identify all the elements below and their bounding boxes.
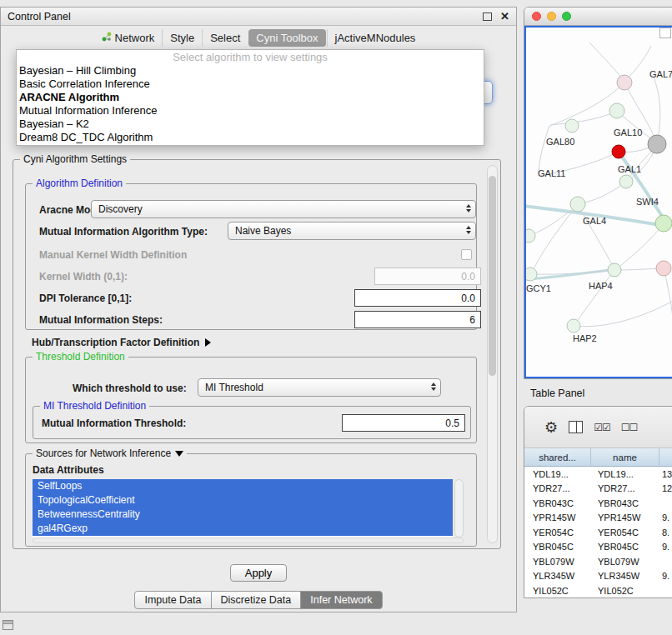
attributes-list-scrollbar[interactable]	[454, 479, 464, 538]
mi-threshold-group-title: MI Threshold Definition	[40, 400, 149, 412]
network-node-label: GAL80	[546, 137, 574, 147]
network-node[interactable]	[567, 319, 580, 332]
table-cell: YDL19...	[524, 469, 591, 479]
network-node[interactable]	[617, 75, 632, 90]
data-attribute-item[interactable]: gal4RGexp	[33, 522, 453, 536]
network-node[interactable]	[526, 268, 537, 281]
data-attribute-item[interactable]: SelfLoops	[33, 479, 453, 493]
dpi-tolerance-field[interactable]: 0.0	[354, 289, 481, 307]
cyni-bottom-tabbar: Impute Data Discretize Data Infer Networ…	[1, 591, 516, 609]
network-node[interactable]	[526, 229, 535, 242]
settings-scrollbar[interactable]	[487, 165, 498, 543]
tab-discretize-data[interactable]: Discretize Data	[211, 591, 302, 609]
network-node[interactable]	[619, 175, 633, 188]
close-window-icon[interactable]: ✕	[500, 12, 509, 22]
network-node[interactable]	[570, 197, 585, 212]
minimize-traffic-light-icon[interactable]	[547, 12, 556, 21]
dropdown-item[interactable]: Basic Correlation Inference	[17, 78, 484, 91]
table-row[interactable]: YBR043CYBR043C	[524, 496, 672, 511]
network-node[interactable]	[648, 135, 666, 153]
network-tab-icon	[102, 32, 112, 44]
minimized-panel-icon[interactable]	[3, 620, 13, 630]
network-node[interactable]	[565, 119, 579, 132]
table-row[interactable]: YDL19...YDL19...13	[524, 467, 672, 482]
attributes-list-hscrollbar[interactable]	[33, 538, 464, 543]
column-header-name[interactable]: name	[591, 448, 659, 466]
tab-infer-network[interactable]: Infer Network	[300, 591, 382, 609]
mi-algorithm-type-select[interactable]: Naive Bayes	[228, 222, 476, 240]
apply-button[interactable]: Apply	[230, 564, 287, 582]
tab-jactivemodules[interactable]: jActiveMNodules	[327, 29, 424, 47]
table-cell: 8.	[659, 528, 672, 538]
dropdown-item[interactable]: Bayesian – K2	[17, 118, 484, 131]
table-row[interactable]: YBR045CYBR045C9.	[524, 540, 672, 555]
network-node[interactable]	[656, 261, 671, 276]
dpi-tolerance-label: DPI Tolerance [0,1]:	[39, 292, 132, 304]
data-attribute-item[interactable]: TopologicalCoefficient	[33, 493, 453, 508]
table-cell: YPR145W	[591, 512, 659, 522]
manual-kernel-checkbox	[461, 249, 472, 260]
network-edge	[575, 270, 614, 323]
network-node[interactable]	[608, 263, 621, 277]
data-attributes-label: Data Attributes	[33, 464, 104, 476]
table-row[interactable]: YIL052CYIL052C	[524, 583, 672, 598]
columns-icon[interactable]	[569, 421, 583, 433]
close-traffic-light-icon[interactable]	[532, 12, 541, 21]
tab-style[interactable]: Style	[162, 29, 202, 47]
table-row[interactable]: YBL079WYBL079W	[524, 554, 672, 569]
zoom-traffic-light-icon[interactable]	[562, 12, 571, 21]
network-node-label: HAP4	[589, 281, 613, 291]
network-edge	[539, 126, 549, 172]
tab-network[interactable]: Network	[94, 29, 163, 47]
tab-label: Network	[115, 32, 155, 44]
table-cell: YBR045C	[591, 542, 659, 552]
network-edge	[551, 111, 617, 125]
table-row[interactable]: YLR345WYLR345W9.	[524, 569, 672, 584]
mi-threshold-field[interactable]: 0.5	[342, 414, 465, 432]
window-title: Control Panel	[8, 11, 71, 22]
mi-threshold-group: MI Threshold Definition Mutual Informati…	[33, 406, 471, 439]
tab-cyni-toolbox[interactable]: Cyni Toolbox	[248, 29, 325, 47]
table-row[interactable]: YPR145WYPR145W9.	[524, 511, 672, 526]
mi-steps-field[interactable]: 6	[354, 311, 481, 328]
table-cell: YIL052C	[591, 586, 659, 596]
threshold-definition-group: Threshold Definition Which threshold to …	[25, 357, 477, 443]
dropdown-item[interactable]: ARACNE Algorithm	[17, 91, 484, 104]
network-node-label: SWI4	[636, 197, 659, 207]
table-row[interactable]: YDR27...YDR27...12	[524, 482, 672, 497]
hub-definition-toggle[interactable]: Hub/Transcription Factor Definition	[32, 337, 211, 348]
network-node[interactable]	[612, 145, 625, 158]
which-threshold-select[interactable]: MI Threshold	[198, 378, 441, 397]
dropdown-item[interactable]: Bayesian – Hill Climbing	[17, 64, 484, 78]
tab-impute-data[interactable]: Impute Data	[134, 591, 211, 609]
clear-selection-icon[interactable]: ☐☐	[621, 422, 638, 433]
network-node-label: GAL4	[583, 216, 606, 226]
select-all-checks-icon[interactable]: ☑☑	[594, 422, 610, 433]
threshold-definition-title: Threshold Definition	[33, 351, 128, 362]
cyni-algorithm-settings-group: Cyni Algorithm Settings Algorithm Defini…	[13, 159, 501, 549]
column-header-extra[interactable]	[659, 448, 672, 466]
column-header-shared-name[interactable]: shared...	[524, 448, 591, 466]
manual-kernel-label: Manual Kernel Width Definition	[39, 249, 187, 261]
aracne-mode-select[interactable]: Discovery	[91, 200, 476, 218]
gear-icon[interactable]: ⚙	[544, 420, 558, 435]
dropdown-item[interactable]: Dream8 DC_TDC Algorithm	[17, 131, 484, 144]
scrollbar-thumb[interactable]	[489, 176, 496, 376]
network-window-titlebar[interactable]	[524, 8, 672, 26]
dropdown-item[interactable]: Mutual Information Inference	[17, 104, 484, 118]
sources-group-title[interactable]: Sources for Network Inference	[33, 448, 187, 459]
network-node[interactable]	[655, 215, 672, 232]
data-attribute-item[interactable]: BetweennessCentrality	[33, 508, 453, 522]
algorithm-definition-group: Algorithm Definition Aracne Mode: Discov…	[25, 183, 477, 330]
data-attributes-list[interactable]: SelfLoopsTopologicalCoefficientBetweenne…	[33, 479, 453, 538]
tab-select[interactable]: Select	[202, 29, 248, 47]
float-window-icon[interactable]	[483, 12, 492, 21]
table-rows: YDL19...YDL19...13YDR27...YDR27...12YBR0…	[524, 467, 672, 598]
table-cell: YDR27...	[524, 483, 591, 493]
combo-arrows-icon	[466, 226, 471, 234]
collapse-down-icon	[175, 451, 183, 457]
network-node[interactable]	[609, 103, 624, 118]
table-row[interactable]: YER054CYER054C8.	[524, 525, 672, 540]
table-panel-title: Table Panel	[530, 388, 584, 399]
network-canvas[interactable]: GAL80GAL10GAL11GAL1SWI4GAL4GCY1HAP4HAP2G…	[524, 26, 672, 378]
